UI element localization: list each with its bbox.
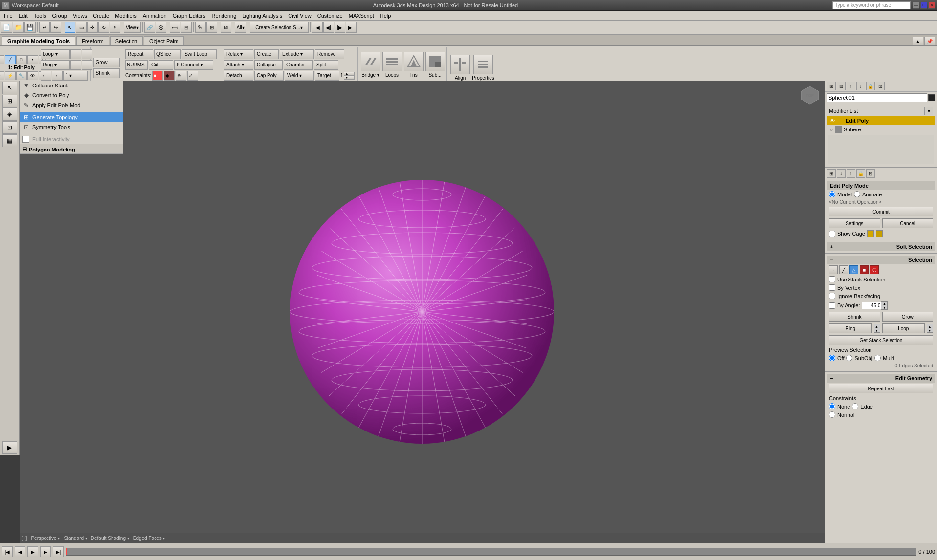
extra-btn1[interactable]: |◀ <box>312 22 323 33</box>
shrink-btn[interactable]: Shrink <box>93 68 120 78</box>
constraint-btn4[interactable]: ⤢ <box>187 71 198 81</box>
ring-btn[interactable]: Ring ▾ <box>41 60 70 70</box>
bridge-large-btn[interactable] <box>361 52 380 71</box>
preview-off-radio[interactable] <box>829 355 835 361</box>
redo-btn[interactable]: ↪ <box>50 22 61 33</box>
ribbon-collapse-btn[interactable]: ▲ <box>913 37 923 45</box>
commit-btn[interactable]: Commit <box>829 207 933 216</box>
properties-large-btn[interactable] <box>473 55 493 74</box>
menu-help[interactable]: Help <box>377 12 394 20</box>
rotate-btn[interactable]: ↻ <box>98 22 109 33</box>
vp-menu-shading[interactable]: Default Shading ▾ <box>91 536 129 541</box>
settings-btn2[interactable]: ⚡ <box>5 71 16 80</box>
lp-convert-poly[interactable]: ◆ Convert to Poly <box>20 90 123 100</box>
mod-icon-2[interactable]: ↓ <box>837 169 846 178</box>
by-vertex-checkbox[interactable] <box>829 284 835 291</box>
vp-menu-perspective[interactable]: Perspective ▾ <box>31 536 60 541</box>
remove-btn[interactable]: Remove <box>315 49 344 59</box>
rp-icon-6[interactable]: ⊡ <box>876 82 885 90</box>
create-geo-btn[interactable]: Create <box>254 49 279 59</box>
lt-btn-2[interactable]: ⊞ <box>2 95 17 108</box>
cap-poly-btn[interactable]: Cap Poly <box>254 71 284 81</box>
open-btn[interactable]: 📁 <box>13 22 24 33</box>
tris-large-btn[interactable] <box>404 52 424 71</box>
play-btn[interactable]: ▶ <box>27 546 38 557</box>
menu-civil-view[interactable]: Civil View <box>285 12 314 20</box>
p-connect-btn[interactable]: P Connect ▾ <box>174 60 213 70</box>
weld-btn[interactable]: Weld ▾ <box>285 71 314 81</box>
by-angle-checkbox[interactable] <box>829 302 835 309</box>
rp-icon-2[interactable]: ⊟ <box>837 82 846 90</box>
ring-plus-btn[interactable]: + <box>70 60 81 70</box>
lp-collapse-stack[interactable]: ▼ Collapse Stack <box>20 81 123 90</box>
constraint-none-radio[interactable] <box>829 403 835 409</box>
menu-group[interactable]: Group <box>49 12 70 20</box>
sel-border-icon[interactable]: △ <box>849 265 858 274</box>
next-key-btn[interactable]: ▶ <box>40 546 51 557</box>
lt-btn-1[interactable]: ↖ <box>2 82 17 94</box>
detach-btn[interactable]: Detach <box>224 71 253 81</box>
use-stack-checkbox[interactable] <box>829 276 835 282</box>
preview-multi-radio[interactable] <box>874 355 881 361</box>
menu-file[interactable]: File <box>1 12 16 20</box>
attach-btn[interactable]: Attach ▾ <box>224 60 253 70</box>
constraint-normal-radio[interactable] <box>829 411 835 418</box>
loop-spinner[interactable]: ▲ ▼ <box>927 324 933 333</box>
select-region-btn[interactable]: ▭ <box>76 22 87 33</box>
loop-plus-btn[interactable]: + <box>70 49 81 59</box>
selection-header[interactable]: − Selection <box>827 256 935 264</box>
by-angle-value[interactable] <box>862 302 881 309</box>
full-interactivity-checkbox[interactable] <box>22 136 29 143</box>
edit-geometry-header[interactable]: − Edit Geometry <box>827 374 935 383</box>
menu-maxscript[interactable]: MAXScript <box>346 12 377 20</box>
minimize-button[interactable]: — <box>913 2 919 9</box>
mod-icon-5[interactable]: ⊡ <box>866 169 875 178</box>
chamfer-btn[interactable]: Chamfer <box>284 60 313 70</box>
object-name-input[interactable] <box>827 93 927 102</box>
loop-arrow1-btn[interactable]: ← <box>41 71 51 81</box>
extrude-btn[interactable]: Extrude ▾ <box>280 49 314 59</box>
swift-loop-btn[interactable]: Swift Loop <box>182 49 217 59</box>
loop-down[interactable]: ▼ <box>927 328 933 332</box>
extra-btn3[interactable]: |▶ <box>335 22 345 33</box>
sel-ring-btn[interactable]: Ring <box>829 323 872 333</box>
modifier-edit-poly[interactable]: 👁 Edit Poly <box>827 116 935 125</box>
sel-element-icon[interactable]: ⬡ <box>870 265 879 274</box>
new-btn[interactable]: 📄 <box>1 22 12 33</box>
sel-shrink-btn[interactable]: Shrink <box>829 312 880 322</box>
settings-btn[interactable]: Settings <box>829 218 880 228</box>
modifier-list-dropdown[interactable]: ▾ <box>924 107 933 115</box>
mode-model-radio[interactable] <box>829 191 835 197</box>
align-btn[interactable]: ⊟ <box>181 22 192 33</box>
lp-symmetry-tools[interactable]: ⊡ Symmetry Tools <box>20 122 123 132</box>
tab-object-paint[interactable]: Object Paint <box>144 36 184 45</box>
cage-color-swatch2[interactable] <box>876 230 883 237</box>
show-cage-checkbox[interactable] <box>829 231 835 237</box>
create-selection-btn[interactable]: Create Selection S... ▾ <box>250 22 309 33</box>
menu-create[interactable]: Create <box>90 12 112 20</box>
mod-icon-1[interactable]: ⊞ <box>827 169 836 178</box>
soft-selection-header[interactable]: + Soft Selection <box>827 242 935 251</box>
nurms-btn[interactable]: NURMS <box>125 60 148 70</box>
extra-btn4[interactable]: ▶| <box>346 22 357 33</box>
ring-minus-btn[interactable]: − <box>82 60 92 70</box>
rp-icon-3[interactable]: ↑ <box>847 82 855 90</box>
select-btn[interactable]: ↖ <box>65 22 75 33</box>
viewcube[interactable]: TOP <box>800 86 820 105</box>
render-btn[interactable]: 🖥 <box>221 22 231 33</box>
repeat-last-btn[interactable]: Repeat Last <box>829 384 933 393</box>
border-mode-btn[interactable]: □ <box>16 55 27 64</box>
view-dropdown[interactable]: View ▾ <box>124 22 141 33</box>
vp-menu-plus[interactable]: [+] <box>22 536 27 541</box>
preview-subobj-radio[interactable] <box>846 355 852 361</box>
lt-btn-4[interactable]: ⊡ <box>2 121 17 134</box>
loops-large-btn[interactable] <box>382 52 402 71</box>
relax-btn[interactable]: Relax ▾ <box>224 49 253 59</box>
percent-btn[interactable]: % <box>195 22 206 33</box>
by-angle-down[interactable]: ▼ <box>881 305 887 309</box>
menu-tools[interactable]: Tools <box>31 12 49 20</box>
settings-btn3[interactable]: 🔧 <box>16 71 27 80</box>
edge-mode-btn[interactable]: ╱ <box>5 55 16 64</box>
settings-btn1[interactable]: ⚙ <box>0 71 4 80</box>
all-dropdown[interactable]: All ▾ <box>235 22 246 33</box>
